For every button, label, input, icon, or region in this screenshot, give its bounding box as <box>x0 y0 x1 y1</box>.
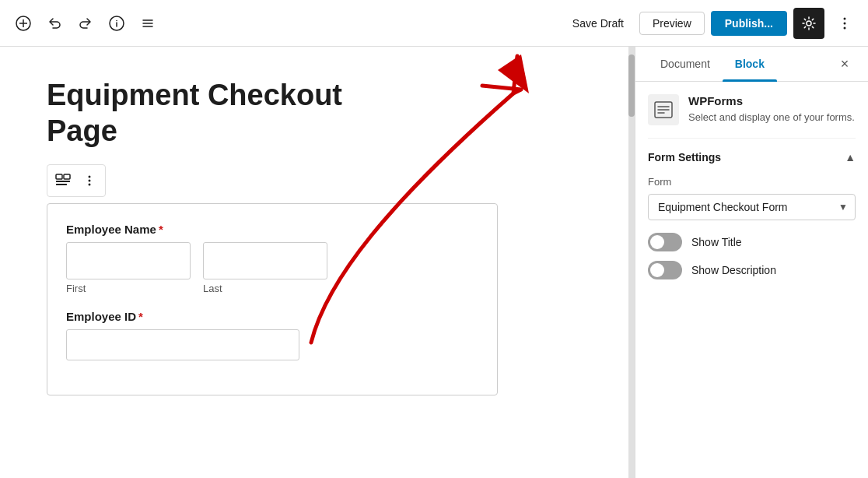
svg-point-12 <box>844 26 846 29</box>
svg-rect-16 <box>64 174 70 179</box>
svg-rect-14 <box>56 181 70 182</box>
svg-point-17 <box>89 176 91 178</box>
publish-button[interactable]: Publish... <box>711 11 787 36</box>
toolbar: Save Draft Preview Publish... <box>0 0 868 47</box>
block-description: Select and display one of your forms. <box>688 111 855 125</box>
required-marker: * <box>159 223 163 236</box>
employee-name-field-group: Employee Name* First Last <box>66 223 478 294</box>
form-block: Employee Name* First Last <box>47 203 498 395</box>
block-more-button[interactable] <box>77 168 102 193</box>
settings-button[interactable] <box>793 8 824 39</box>
list-view-button[interactable] <box>134 9 162 37</box>
save-draft-button[interactable]: Save Draft <box>563 12 633 34</box>
wpforms-icon <box>648 94 679 125</box>
employee-id-input[interactable] <box>66 329 299 360</box>
show-description-label: Show Description <box>691 264 776 276</box>
employee-name-label: Employee Name* <box>66 223 478 236</box>
employee-id-label: Employee ID* <box>66 310 478 323</box>
first-name-wrapper: First <box>66 242 191 294</box>
show-title-label: Show Title <box>691 236 742 248</box>
editor-area: Equipment Checkout Page <box>0 47 635 478</box>
svg-point-9 <box>807 21 811 26</box>
block-type-button[interactable] <box>51 168 75 193</box>
form-settings-title: Form Settings <box>648 151 721 163</box>
first-sublabel: First <box>66 283 191 294</box>
svg-rect-15 <box>56 184 67 185</box>
svg-point-5 <box>116 19 117 21</box>
block-info: WPForms Select and display one of your f… <box>648 94 856 139</box>
page-title: Equipment Checkout Page <box>47 78 588 149</box>
show-description-toggle[interactable] <box>648 261 682 279</box>
name-inputs-row: First Last <box>66 242 478 294</box>
toolbar-right: Save Draft Preview Publish... <box>563 8 859 39</box>
sidebar-close-button[interactable]: × <box>834 53 856 75</box>
editor-canvas: Equipment Checkout Page <box>0 47 635 478</box>
undo-button[interactable] <box>40 9 68 37</box>
info-button[interactable] <box>103 9 131 37</box>
block-info-text: WPForms Select and display one of your f… <box>688 94 855 125</box>
scrollbar-thumb <box>628 54 635 117</box>
sidebar-tabs: Document Block × <box>635 47 868 82</box>
svg-point-19 <box>89 184 91 186</box>
last-sublabel: Last <box>203 283 327 294</box>
tab-block[interactable]: Block <box>723 47 777 81</box>
more-options-button[interactable] <box>831 9 859 37</box>
preview-button[interactable]: Preview <box>639 12 705 35</box>
employee-id-field-group: Employee ID* <box>66 310 478 360</box>
block-name: WPForms <box>688 94 855 107</box>
svg-point-10 <box>844 17 846 19</box>
editor-scrollbar[interactable] <box>628 47 635 478</box>
last-name-input[interactable] <box>203 242 327 279</box>
form-select-label: Form <box>648 176 856 188</box>
form-select-wrapper: Equipment Checkout Form Contact Form Reg… <box>648 194 856 220</box>
show-description-row: Show Description <box>648 261 856 279</box>
form-settings-section-header[interactable]: Form Settings ▲ <box>648 151 856 163</box>
show-title-row: Show Title <box>648 233 856 251</box>
redo-button[interactable] <box>72 9 100 37</box>
form-select[interactable]: Equipment Checkout Form Contact Form Reg… <box>648 194 856 220</box>
sidebar: Document Block × WPForms Select and disp… <box>635 47 868 478</box>
show-title-toggle[interactable] <box>648 233 682 251</box>
chevron-up-icon: ▲ <box>845 151 856 163</box>
last-name-wrapper: Last <box>203 242 327 294</box>
tab-document[interactable]: Document <box>648 47 723 81</box>
employee-id-required: * <box>138 310 143 323</box>
svg-point-11 <box>844 22 846 24</box>
main-area: Equipment Checkout Page <box>0 47 868 478</box>
sidebar-content: WPForms Select and display one of your f… <box>635 82 868 478</box>
svg-point-18 <box>89 180 91 182</box>
svg-rect-13 <box>56 174 62 179</box>
add-block-button[interactable] <box>9 9 37 37</box>
toolbar-left <box>9 9 162 37</box>
block-toolbar <box>47 164 106 197</box>
first-name-input[interactable] <box>66 242 191 279</box>
